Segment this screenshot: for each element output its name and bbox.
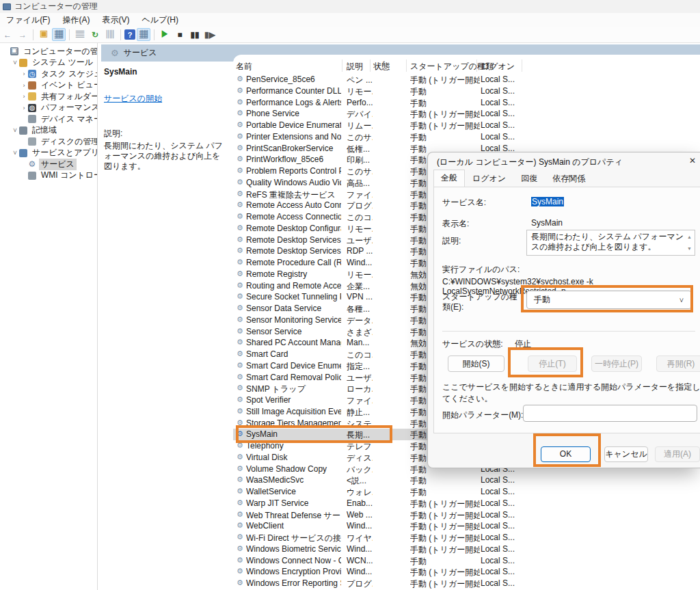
service-row[interactable]: ⚙Wi-Fi Direct サービスの接続マ...ワイヤ...手動 (トリガー開… (233, 532, 700, 544)
column-logon[interactable]: ログオン (481, 61, 515, 72)
start-service-icon[interactable]: ▶ (158, 28, 172, 41)
service-gear-icon: ⚙ (237, 281, 243, 290)
column-status[interactable]: 状態 (373, 61, 390, 72)
resume-button[interactable]: 再開(R) (656, 356, 700, 372)
service-row[interactable]: ⚙Windows Connect Now - C...WCN...手動Local… (233, 555, 700, 567)
service-name-cell: Remote Desktop Services Us... (246, 246, 341, 256)
apply-button[interactable]: 適用(A) (655, 446, 700, 462)
service-row[interactable]: ⚙PenService_85ce6ペン ...手動 (トリガー開始)Local … (233, 74, 700, 85)
start-button[interactable]: 開始(S) (448, 356, 504, 372)
service-startup-type-cell: 手動 (410, 86, 480, 98)
export-list-icon[interactable]: ▥ (103, 28, 117, 41)
service-name-cell: Virtual Disk (246, 453, 341, 462)
show-console-tree-icon[interactable]: ▣ (37, 28, 51, 41)
tab-recovery[interactable]: 回復 (513, 170, 545, 187)
tree-item-disk-management[interactable]: ディスクの管理 (0, 136, 97, 148)
tree-item-storage[interactable]: ∨記憶域 (0, 125, 97, 137)
pause-button[interactable]: 一時停止(P) (591, 356, 642, 372)
stop-service-icon[interactable]: ■ (173, 28, 187, 41)
services-pane-title: サービス (124, 47, 157, 59)
service-row[interactable]: ⚙Windows Error Reporting Se...プログ...手動 (… (233, 578, 700, 589)
stop-button[interactable]: 停止(T) (528, 356, 577, 372)
dialog-description-box[interactable]: 長期間にわたり、システム パフォーマンスの維持および向上を図ります。 ▲▼ (526, 230, 695, 256)
pause-service-icon[interactable]: ▮▮ (188, 28, 202, 41)
chevron-down-icon[interactable]: ∨ (11, 148, 19, 157)
service-description-pane: SysMain サービスの開始 説明: 長期間にわたり、システム パフォーマンス… (101, 62, 232, 590)
show-action-pane-icon[interactable]: ▦ (137, 28, 150, 41)
service-row[interactable]: ⚙Warp JIT ServiceEnab...手動 (トリガー開始)Local… (233, 498, 700, 509)
tree-item-task-scheduler[interactable]: ›◷タスク スケジューラ (0, 68, 97, 80)
console-window-icon[interactable]: ▦ (52, 28, 66, 41)
back-icon[interactable]: ← (1, 28, 14, 41)
tree-item-device-manager[interactable]: デバイス マネージャー (0, 113, 97, 125)
service-startup-type-cell: 手動 (410, 132, 480, 144)
start-params-input[interactable] (523, 405, 697, 422)
chevron-right-icon[interactable]: › (20, 82, 28, 89)
tree-item-shared-folders[interactable]: ›共有フォルダー (0, 91, 97, 103)
chevron-right-icon[interactable]: › (20, 70, 28, 77)
chevron-right-icon[interactable]: › (20, 105, 28, 111)
service-row[interactable]: ⚙Performance Counter DLL H...リモー...手動Loc… (233, 85, 700, 97)
service-name-cell: Sensor Service (246, 327, 341, 336)
refresh-icon[interactable]: ↻ (88, 28, 102, 41)
properties-icon[interactable]: ▤ (73, 28, 87, 41)
service-gear-icon: ⚙ (237, 224, 243, 232)
menu-view[interactable]: 表示(V) (96, 13, 135, 27)
tree-item-services[interactable]: ⚙サービス (0, 159, 97, 170)
service-gear-icon: ⚙ (237, 533, 243, 541)
chevron-down-icon[interactable]: ∨ (11, 126, 19, 135)
startup-type-select[interactable]: 手動 ∨ (526, 291, 692, 309)
service-row[interactable]: ⚙Portable Device Enumerator...リムー...手動 (… (233, 120, 700, 131)
service-row[interactable]: ⚙WaaSMedicSvc<説...手動Local S... (233, 474, 700, 486)
service-row[interactable]: ⚙WebClientWind...手動 (トリガー開始)Local S... (233, 520, 700, 532)
tree-item-performance[interactable]: ›◍パフォーマンス (0, 103, 97, 114)
resume-service-icon[interactable]: ▮▶ (203, 28, 217, 41)
service-row[interactable]: ⚙Performance Logs & AlertsPerfo...手動Loca… (233, 97, 700, 109)
tree-item-label: ディスクの管理 (39, 136, 98, 148)
menu-help[interactable]: ヘルプ(H) (135, 13, 185, 27)
service-name-cell: Remote Desktop Services (246, 235, 341, 245)
forward-icon[interactable]: → (16, 28, 29, 41)
menu-file[interactable]: ファイル(F) (0, 13, 56, 27)
chevron-right-icon[interactable]: › (20, 93, 28, 100)
service-description-cell: ワイヤ... (347, 533, 373, 544)
column-name[interactable]: 名前 (236, 61, 252, 72)
service-gear-icon: ⚙ (237, 475, 243, 484)
tree-item-wmi-control[interactable]: WMI コントロール (0, 170, 97, 182)
service-description-cell: 静止... (347, 407, 373, 418)
tree-item-services-and-applications[interactable]: ∨サービスとアプリケーション (0, 148, 97, 159)
service-row[interactable]: ⚙WalletServiceウォレ...手動Local S... (233, 486, 700, 498)
service-row[interactable]: ⚙Printer Extensions and Notif...このサ...手動… (233, 131, 700, 143)
chevron-down-icon[interactable]: ∨ (11, 58, 19, 67)
tree-item-event-viewer[interactable]: ›イベント ビューアー (0, 80, 97, 92)
service-name-cell: WaaSMedicSvc (246, 475, 341, 485)
service-name-cell: Printer Extensions and Notif... (246, 132, 341, 142)
tab-dependencies[interactable]: 依存関係 (545, 170, 593, 187)
menu-action[interactable]: 操作(A) (56, 13, 96, 27)
service-row[interactable]: ⚙Windows Encryption Provid...Wind...手動 (… (233, 566, 700, 578)
service-row[interactable]: ⚙Phone Serviceデバイ...手動 (トリガー開始)Local S..… (233, 108, 700, 120)
service-startup-type-cell: 手動 (トリガー開始) (410, 498, 480, 510)
tab-logon[interactable]: ログオン (465, 170, 513, 187)
close-icon[interactable]: ✕ (687, 155, 698, 166)
toolbar: ←→▣▦▤↻▥?▦▶■▮▮▮▶ (0, 27, 700, 43)
column-description[interactable]: 説明 (347, 61, 363, 72)
cancel-button[interactable]: キャンセル (604, 446, 648, 462)
start-service-link[interactable]: サービスの開始 (104, 94, 162, 103)
display-name-value: SysMain (531, 218, 563, 228)
tab-general[interactable]: 全般 (433, 170, 465, 188)
service-name-cell: Shared PC Account Manager (246, 338, 341, 347)
exe-path-label: 実行ファイルのパス: (442, 264, 520, 276)
service-gear-icon: ⚙ (237, 349, 243, 358)
service-logon-cell: Local S... (481, 533, 522, 542)
service-gear-icon: ⚙ (237, 212, 243, 221)
service-row[interactable]: ⚙Web Threat Defense サービスWeb ...手動 (トリガー開… (233, 509, 700, 521)
wmi-control-icon (28, 172, 36, 180)
storage-icon (19, 126, 27, 135)
service-row[interactable]: ⚙Windows Biometric ServiceWind...手動 (トリガ… (233, 544, 700, 555)
ok-button[interactable]: OK (541, 446, 591, 462)
help-icon[interactable]: ? (124, 29, 135, 40)
tree-item-system-tools[interactable]: ∨システム ツール (0, 57, 97, 69)
service-startup-type-cell: 手動 (トリガー開始) (410, 510, 480, 522)
tree-item-computer-management-root[interactable]: ▣コンピューターの管理 (ローカル) (0, 46, 97, 57)
